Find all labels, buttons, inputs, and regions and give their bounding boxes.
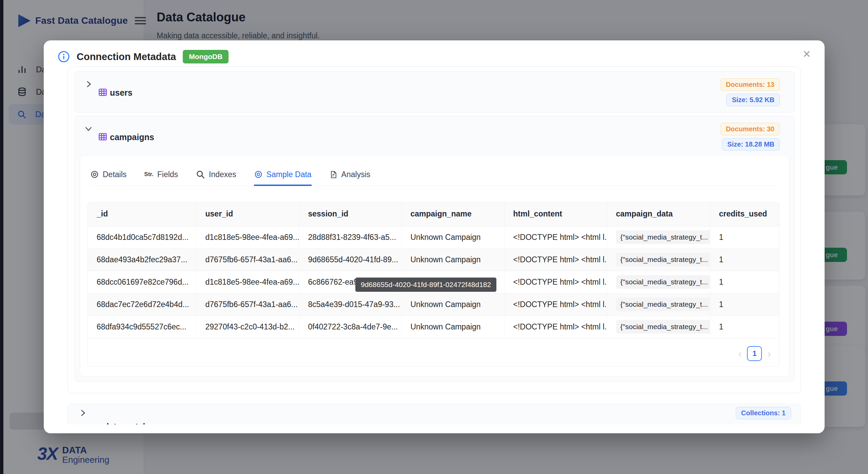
column-header-credits_used: credits_used xyxy=(710,202,780,226)
cell-campaign_data: {"social_media_strategy_t... xyxy=(607,293,710,316)
tab-details[interactable]: Details xyxy=(90,170,126,186)
session-id-tooltip: 9d68655d-4020-41fd-89f1-02472f48d182 xyxy=(355,278,496,292)
documents-badge: Documents: 30 xyxy=(721,123,780,135)
cell-_id: 68dc4b1d0ca5c7d8192d... xyxy=(88,226,196,248)
pagination-page-1[interactable]: 1 xyxy=(747,346,762,361)
json-chip: {"social_media_strategy_t... xyxy=(616,253,710,266)
collection-badges: Documents: 30Size: 18.28 MB xyxy=(721,123,780,151)
cell-_id: 68dae493a4b2fec29a37... xyxy=(88,248,196,271)
modal-header: Connection Metadata MongoDB xyxy=(58,50,229,63)
cell-user_id: d7675fb6-657f-43a1-aa6... xyxy=(196,248,299,271)
cell-html_content: <!DOCTYPE html> <html l... xyxy=(504,271,607,293)
cell-credits_used: 1 xyxy=(710,271,780,293)
collection-name: campaigns xyxy=(110,132,154,142)
cell-html_content: <!DOCTYPE html> <html l... xyxy=(504,293,607,316)
tab-label: Analysis xyxy=(341,170,371,179)
tab-label: Fields xyxy=(157,170,178,179)
tab-label: Details xyxy=(103,170,126,179)
tab-indexes[interactable]: Indexes xyxy=(196,170,236,186)
search-icon xyxy=(196,170,205,179)
cell-credits_used: 1 xyxy=(710,316,780,338)
cell-campaign_name: Unknown Campaign xyxy=(401,316,504,338)
cell-session_id: 8c5a4e39-d015-47a9-93... xyxy=(299,293,401,316)
table-grid-icon xyxy=(98,132,108,143)
tab-sample-data[interactable]: Sample Data xyxy=(254,170,312,186)
tab-label: Indexes xyxy=(209,170,236,179)
cell-_id: 68dfa934c9d55527c6ec... xyxy=(88,316,196,338)
cell-campaign_data: {"social_media_strategy_t... xyxy=(607,316,710,338)
table-grid-icon xyxy=(98,87,108,99)
cell-session_id: 9d68655d-4020-41fd-89... xyxy=(299,248,401,271)
database-badges: Collections: 1 xyxy=(736,407,791,419)
target-icon xyxy=(254,170,263,179)
collection-card-users[interactable]: users Documents: 13Size: 5.92 KB xyxy=(74,71,795,113)
size-badge: Size: 5.92 KB xyxy=(726,94,780,106)
cell-html_content: <!DOCTYPE html> <html l... xyxy=(504,226,607,248)
cell-session_id: 0f402722-3c8a-4de7-9e... xyxy=(299,316,401,338)
tab-label: Sample Data xyxy=(267,170,312,179)
chevron-down-icon[interactable] xyxy=(84,124,93,134)
cell-credits_used: 1 xyxy=(710,248,780,271)
cell-campaign_name: Unknown Campaign xyxy=(401,293,504,316)
cell-campaign_name: Unknown Campaign xyxy=(401,248,504,271)
cell-_id: 68dcc061697e82ce796d... xyxy=(88,271,196,293)
cell-credits_used: 1 xyxy=(710,293,780,316)
documents-badge: Documents: 13 xyxy=(721,78,780,91)
cell-credits_used: 1 xyxy=(710,226,780,248)
chevron-right-icon[interactable] xyxy=(84,80,93,90)
column-header-campaign_data: campaign_data xyxy=(607,202,710,226)
chevron-right-icon[interactable] xyxy=(78,409,87,419)
column-header-session_id: session_id xyxy=(299,202,401,226)
tab-analysis[interactable]: Analysis xyxy=(329,170,371,186)
tab-fields[interactable]: Str.Fields xyxy=(144,170,178,186)
cell-campaign_name: Unknown Campaign xyxy=(401,226,504,248)
cell-user_id: d1c818e5-98ee-4fea-a69... xyxy=(196,271,299,293)
file-icon xyxy=(329,170,338,179)
collection-badges: Documents: 13Size: 5.92 KB xyxy=(721,78,780,106)
target-icon xyxy=(90,170,99,179)
json-chip: {"social_media_strategy_t... xyxy=(616,320,710,334)
cell-_id: 68dac7ec72e6d72e4b4d... xyxy=(88,293,196,316)
database-card-expanded: users Documents: 13Size: 5.92 KB campaig… xyxy=(67,67,801,393)
cell-user_id: d1c818e5-98ee-4fea-a69... xyxy=(196,226,299,248)
db-type-badge: MongoDB xyxy=(183,50,229,63)
collection-detail-panel: DetailsStr.FieldsIndexesSample DataAnaly… xyxy=(80,155,789,377)
str-icon: Str. xyxy=(144,171,153,178)
cell-session_id: 28d88f31-8239-4f63-a5... xyxy=(299,226,401,248)
cell-campaign_data: {"social_media_strategy_t... xyxy=(607,271,710,293)
collections-badge: Collections: 1 xyxy=(736,407,791,419)
json-chip: {"social_media_strategy_t... xyxy=(616,298,710,311)
cell-user_id: 29270f43-c2c0-413d-b2... xyxy=(196,316,299,338)
cell-html_content: <!DOCTYPE html> <html l... xyxy=(504,316,607,338)
table-row[interactable]: 68dfa934c9d55527c6ec...29270f43-c2c0-413… xyxy=(88,316,780,338)
connection-metadata-modal: Connection Metadata MongoDB ✕ users xyxy=(44,40,825,433)
cell-campaign_data: {"social_media_strategy_t... xyxy=(607,248,710,271)
collection-name: users xyxy=(110,88,133,98)
sample-data-table: _iduser_idsession_idcampaign_namehtml_co… xyxy=(88,202,780,338)
close-icon[interactable]: ✕ xyxy=(803,49,811,59)
column-header-_id: _id xyxy=(88,202,196,226)
pagination-prev-icon[interactable]: ‹ xyxy=(738,348,742,359)
modal-body: users Documents: 13Size: 5.92 KB campaig… xyxy=(44,67,825,424)
json-chip: {"social_media_strategy_t... xyxy=(616,275,710,289)
database-card-data-catalogue[interactable]: data_catalogue Collections: 1 xyxy=(67,404,801,424)
table-row[interactable]: 68dac7ec72e6d72e4b4d...d7675fb6-657f-43a… xyxy=(88,293,780,316)
cell-user_id: d7675fb6-657f-43a1-aa6... xyxy=(196,293,299,316)
table-row[interactable]: 68dae493a4b2fec29a37...d7675fb6-657f-43a… xyxy=(88,248,780,271)
tabs-bar: DetailsStr.FieldsIndexesSample DataAnaly… xyxy=(90,170,779,186)
database-name: data_catalogue xyxy=(104,422,165,424)
modal-title: Connection Metadata xyxy=(77,51,176,62)
column-header-user_id: user_id xyxy=(196,202,299,226)
column-header-html_content: html_content xyxy=(504,202,607,226)
cell-campaign_data: {"social_media_strategy_t... xyxy=(607,226,710,248)
column-header-campaign_name: campaign_name xyxy=(401,202,504,226)
info-icon xyxy=(58,51,70,63)
app-screen: Fast Data Catalogue DashDataData 3X DATA… xyxy=(0,0,868,474)
cell-html_content: <!DOCTYPE html> <html l... xyxy=(504,248,607,271)
pagination-next-icon[interactable]: › xyxy=(767,348,771,359)
json-chip: {"social_media_strategy_t... xyxy=(616,230,710,244)
pagination: ‹ 1 › xyxy=(738,346,771,361)
database-drawer-icon xyxy=(90,423,100,424)
collection-card-campaigns: campaigns Documents: 30Size: 18.28 MB De… xyxy=(74,116,795,382)
table-row[interactable]: 68dc4b1d0ca5c7d8192d...d1c818e5-98ee-4fe… xyxy=(88,226,780,248)
